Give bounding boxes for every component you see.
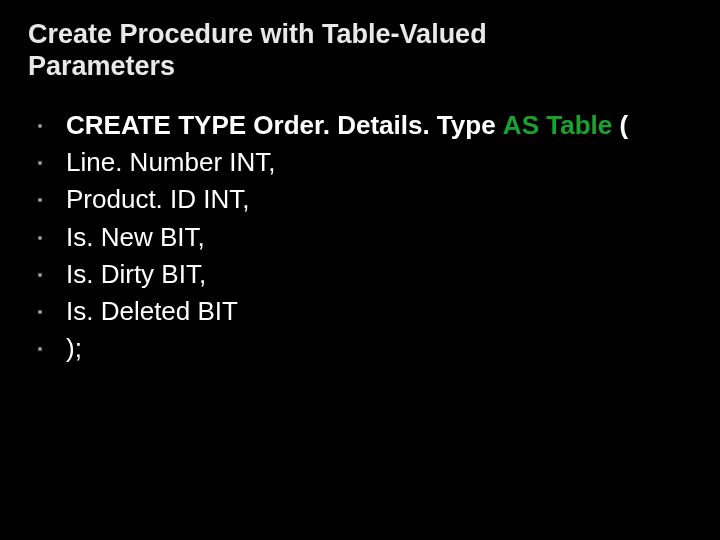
code-line-7: ); <box>28 332 692 365</box>
kw-table: Table <box>546 110 612 140</box>
code-line-5: Is. Dirty BIT, <box>28 258 692 291</box>
code-line-4: Is. New BIT, <box>28 221 692 254</box>
type-name: Order. Details. Type <box>253 110 495 140</box>
kw-create-type: CREATE TYPE <box>66 110 246 140</box>
open-paren: ( <box>619 110 628 140</box>
kw-as: AS <box>503 110 539 140</box>
slide: Create Procedure with Table-Valued Param… <box>0 0 720 540</box>
code-list: CREATE TYPE Order. Details. Type AS Tabl… <box>28 109 692 366</box>
code-line-3: Product. ID INT, <box>28 183 692 216</box>
code-line-6: Is. Deleted BIT <box>28 295 692 328</box>
slide-title: Create Procedure with Table-Valued Param… <box>28 18 588 83</box>
code-line-2: Line. Number INT, <box>28 146 692 179</box>
code-line-1: CREATE TYPE Order. Details. Type AS Tabl… <box>28 109 692 142</box>
